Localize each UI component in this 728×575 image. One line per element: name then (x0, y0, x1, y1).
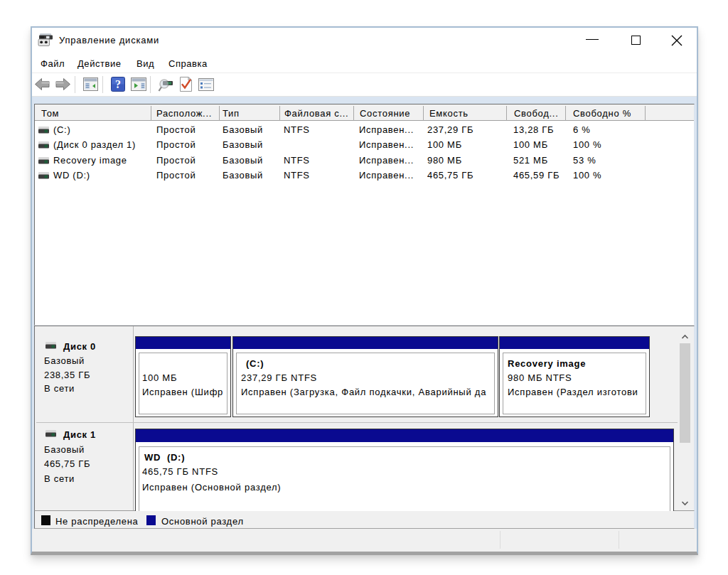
svg-text:?: ? (115, 78, 121, 90)
